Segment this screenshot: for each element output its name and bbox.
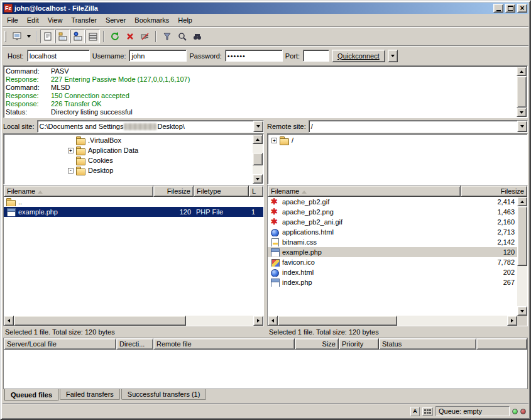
remote-vertical-scrollbar[interactable]	[517, 197, 527, 316]
file-row-parent-dir[interactable]: ..	[4, 197, 263, 207]
menu-view[interactable]: View	[43, 15, 67, 25]
host-label: Host:	[8, 52, 24, 60]
host-input[interactable]	[27, 50, 90, 62]
site-manager-button[interactable]	[9, 30, 24, 43]
scroll-left-button[interactable]	[268, 316, 278, 326]
column-priority[interactable]: Priority	[339, 338, 379, 350]
keypad-icon[interactable]	[422, 407, 433, 416]
scrollbar-track[interactable]	[278, 316, 507, 326]
scrollbar-thumb[interactable]	[278, 316, 397, 326]
remote-horizontal-scrollbar[interactable]	[268, 316, 527, 326]
site-manager-dropdown-button[interactable]	[25, 30, 33, 43]
tree-item-cookies[interactable]: Cookies	[5, 155, 252, 165]
file-row[interactable]: apache_pb2_ani.gif2,160	[268, 217, 517, 227]
cancel-button[interactable]	[123, 30, 137, 43]
tab-failed-transfers[interactable]: Failed transfers	[60, 389, 120, 400]
log-type: Response:	[6, 92, 51, 100]
compare-button[interactable]	[175, 30, 189, 43]
scroll-right-button[interactable]	[507, 316, 517, 326]
port-input[interactable]	[303, 50, 329, 62]
scrollbar-track[interactable]	[517, 76, 527, 108]
scrollbar-track[interactable]	[253, 144, 263, 174]
column-filesize[interactable]: Filesize	[461, 185, 527, 197]
expander-minus[interactable]: -	[68, 168, 74, 174]
tree-item-desktop[interactable]: -Desktop	[5, 165, 252, 175]
tree-item-virtualbox[interactable]: .VirtualBox	[5, 135, 252, 145]
scrollbar-track[interactable]	[517, 206, 527, 306]
tab-successful-transfers[interactable]: Successful transfers (1)	[121, 389, 207, 400]
file-row[interactable]: apache_pb2.gif2,414	[268, 197, 517, 207]
refresh-button[interactable]	[107, 30, 122, 43]
tree-item-root[interactable]: +/	[269, 135, 516, 145]
file-row[interactable]: favicon.ico7,782	[268, 257, 517, 267]
file-row-example-php-selected[interactable]: example.php120	[268, 247, 517, 257]
scroll-down-button[interactable]	[253, 174, 263, 184]
scroll-left-button[interactable]	[4, 316, 14, 326]
remote-site-dropdown-button[interactable]	[517, 121, 527, 132]
minimize-button[interactable]	[493, 4, 503, 13]
column-last-modified[interactable]: L	[249, 185, 263, 197]
tab-queued-files[interactable]: Queued files	[4, 389, 58, 401]
scrollbar-thumb[interactable]	[14, 316, 186, 326]
menu-file[interactable]: File	[3, 15, 23, 25]
scroll-up-button[interactable]	[253, 135, 263, 144]
maximize-button[interactable]	[505, 4, 515, 13]
expander-plus[interactable]: +	[68, 148, 74, 153]
username-input[interactable]	[129, 50, 187, 62]
column-remote-file[interactable]: Remote file	[153, 338, 295, 350]
toggle-local-tree-button[interactable]	[55, 30, 70, 43]
column-filetype[interactable]: Filetype	[194, 185, 249, 197]
column-status[interactable]: Status	[379, 338, 476, 350]
local-site-dropdown-button[interactable]	[253, 121, 263, 132]
toggle-queue-button[interactable]	[85, 30, 100, 43]
disconnect-button[interactable]	[138, 30, 152, 43]
scrollbar-thumb[interactable]	[517, 206, 527, 266]
scroll-up-button[interactable]	[517, 67, 527, 76]
menu-server[interactable]: Server	[101, 15, 130, 25]
menu-bookmarks[interactable]: Bookmarks	[130, 15, 173, 25]
scroll-up-button[interactable]	[517, 197, 527, 206]
file-row[interactable]: bitnami.css2,142	[268, 237, 517, 247]
local-file-pane: Filename Filesize Filetype L ..	[3, 185, 264, 338]
file-row-example-php-selected[interactable]: example.php 120 PHP File 1	[4, 207, 263, 217]
remote-site-combo[interactable]: /	[309, 120, 528, 133]
scroll-down-button[interactable]	[517, 306, 527, 316]
close-button[interactable]	[517, 4, 527, 13]
local-site-combo[interactable]: C:\Documents and SettingsDesktop\	[37, 120, 264, 133]
column-filename[interactable]: Filename	[4, 185, 153, 197]
menu-transfer[interactable]: Transfer	[67, 15, 101, 25]
quickconnect-dropdown-button[interactable]	[388, 50, 398, 62]
scrollbar-thumb[interactable]	[517, 76, 527, 108]
column-server-local-file[interactable]: Server/Local file	[4, 338, 116, 350]
filezilla-window: Fz john@localhost - FileZilla File Edit …	[0, 0, 531, 420]
toggle-queue-icon	[88, 31, 98, 41]
file-row[interactable]: applications.html2,713	[268, 227, 517, 237]
tree-item-application-data[interactable]: +Application Data	[5, 145, 252, 155]
column-direction[interactable]: Directi...	[116, 338, 153, 350]
file-row[interactable]: index.php267	[268, 277, 517, 287]
menu-edit[interactable]: Edit	[23, 15, 43, 25]
toolbar-gripper[interactable]	[4, 31, 6, 42]
column-filesize[interactable]: Filesize	[153, 185, 194, 197]
scroll-right-button[interactable]	[253, 316, 263, 326]
filter-button[interactable]	[160, 30, 174, 43]
toggle-remote-tree-button[interactable]	[70, 30, 85, 43]
scrollbar-thumb[interactable]	[253, 153, 263, 165]
toggle-message-log-button[interactable]	[40, 30, 55, 43]
log-scrollbar[interactable]	[517, 67, 527, 117]
column-filename[interactable]: Filename	[268, 185, 461, 197]
file-size: 2,142	[451, 238, 517, 246]
quickconnect-button[interactable]: Quickconnect	[332, 50, 385, 62]
column-size[interactable]: Size	[295, 338, 339, 350]
local-horizontal-scrollbar[interactable]	[4, 316, 263, 326]
menu-help[interactable]: Help	[173, 15, 197, 25]
file-row[interactable]: apache_pb2.png1,463	[268, 207, 517, 217]
expander-plus[interactable]: +	[271, 138, 277, 143]
file-row[interactable]: index.html202	[268, 267, 517, 277]
transfer-type-icon[interactable]: A	[410, 407, 420, 416]
scroll-down-button[interactable]	[517, 108, 527, 117]
find-button[interactable]	[190, 30, 204, 43]
scrollbar-track[interactable]	[14, 316, 253, 326]
local-tree-scrollbar[interactable]	[253, 135, 263, 184]
password-input[interactable]	[225, 50, 283, 62]
